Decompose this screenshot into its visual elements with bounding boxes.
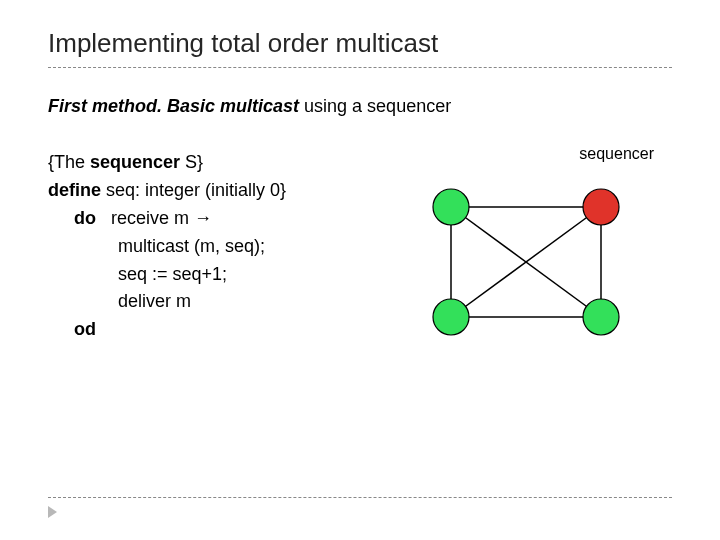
algo-do-kw: do	[74, 208, 96, 228]
algo-line-seqinc: seq := seq+1;	[48, 261, 397, 289]
subtitle-tail: using a sequencer	[299, 96, 451, 116]
node-tr	[583, 189, 619, 225]
content-row: {The sequencer S} define seq: integer (i…	[48, 149, 672, 344]
subtitle-lead: First method. Basic multicast	[48, 96, 299, 116]
subtitle: First method. Basic multicast using a se…	[48, 96, 672, 117]
algo-do-rest: receive m →	[96, 208, 212, 228]
algorithm-block: {The sequencer S} define seq: integer (i…	[48, 149, 397, 344]
sequencer-label: sequencer	[579, 145, 654, 163]
algo-define-rest: seq: integer (initially 0}	[101, 180, 286, 200]
title-divider	[48, 67, 672, 68]
node-br	[583, 299, 619, 335]
footer-arrow-icon	[48, 506, 57, 518]
algo-define-kw: define	[48, 180, 101, 200]
algo-seq-close: S}	[180, 152, 203, 172]
algo-line-do: do receive m →	[48, 205, 397, 233]
algo-line-mcast: multicast (m, seq);	[48, 233, 397, 261]
algo-line-od: od	[48, 316, 397, 344]
algo-line-define: define seq: integer (initially 0}	[48, 177, 397, 205]
graph-edges	[451, 207, 601, 317]
algo-line-sequencer: {The sequencer S}	[48, 149, 397, 177]
slide-title: Implementing total order multicast	[48, 28, 672, 59]
node-tl	[433, 189, 469, 225]
network-graph	[421, 177, 631, 347]
algo-od-kw: od	[74, 319, 96, 339]
algo-seq-open: {The	[48, 152, 90, 172]
algo-line-deliver: deliver m	[48, 288, 397, 316]
graph-svg	[421, 177, 631, 347]
footer-divider	[48, 497, 672, 498]
node-bl	[433, 299, 469, 335]
slide: Implementing total order multicast First…	[0, 0, 720, 540]
algo-seq-bold: sequencer	[90, 152, 180, 172]
